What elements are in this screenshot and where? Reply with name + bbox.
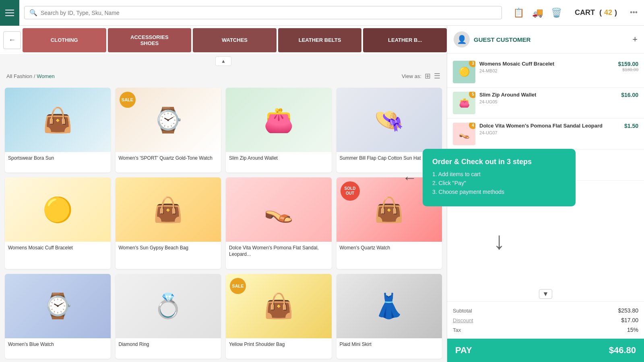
product-emoji-ring: 💍 — [153, 292, 183, 320]
product-emoji-beach-bag: 👜 — [153, 195, 183, 224]
subtotal-label: Subtotal — [453, 308, 472, 314]
product-image-wallet: 👛 — [226, 88, 332, 152]
product-card-blue-watch[interactable]: ⌚ Women's Blue Watch — [5, 274, 111, 359]
product-card-bracelet[interactable]: 🟡 Womens Mosaic Cuff Bracelet — [5, 177, 111, 269]
product-name-bracelet: Womens Mosaic Cuff Bracelet — [5, 242, 111, 255]
product-image-skirt: 👗 — [336, 274, 442, 338]
collapse-section: ▲ — [0, 55, 447, 68]
cart-item-price-sandal: $1.50 — [624, 123, 638, 129]
cart-item-img-wallet: 5 👛 — [453, 92, 475, 114]
product-name-wallet: Slim Zip Around Wallet — [226, 152, 332, 166]
sale-badge-yellow-bag: SALE — [230, 278, 246, 294]
grid-view-button[interactable]: ⊞ — [425, 72, 431, 80]
discount-value: $17.00 — [621, 317, 638, 323]
chevron-up-icon: ▲ — [221, 58, 226, 64]
product-name-watch-sport: Women's 'SPORT' Quartz Gold-Tone Watch — [116, 152, 221, 166]
cart-item-prices-bracelet: $159.00 $180.00 — [618, 61, 638, 72]
header: 🔍 📋 🚚 🗑️ CART ( 42 ) ••• — [0, 0, 644, 26]
category-leather-belts[interactable]: LEATHER BELTS — [278, 28, 362, 52]
category-bar: ← CLOTHING ACCESSORIESSHOES WATCHES LEAT… — [0, 26, 447, 55]
menu-icon-line2 — [5, 12, 14, 13]
pay-button[interactable]: PAY $46.80 — [447, 339, 644, 362]
product-image-blue-watch: ⌚ — [5, 274, 111, 338]
sale-badge-watch-sport: SALE — [120, 92, 136, 108]
trash-icon[interactable]: 🗑️ — [551, 8, 562, 18]
tooltip-step-3: 3. Choose payment methods — [432, 189, 566, 195]
cart-count: 42 — [604, 8, 612, 17]
category-clothing[interactable]: CLOTHING — [23, 28, 106, 52]
search-icon: 🔍 — [29, 9, 37, 16]
product-name-sandal: Dolce Vita Women's Pomona Flat Sandal, L… — [226, 242, 332, 261]
product-card-yellow-bag[interactable]: SALE 👜 Yellow Print Shoulder Bag — [226, 274, 332, 359]
category-accessories-shoes[interactable]: ACCESSORIESSHOES — [108, 28, 192, 52]
product-name-yellow-bag: Yellow Print Shoulder Bag — [226, 338, 332, 352]
product-card-beach-bag[interactable]: 👜 Women's Sun Gypsy Beach Bag — [116, 177, 221, 269]
product-name-sportswear: Sportswear Bora Sun — [5, 152, 111, 166]
category-watches-label: WATCHES — [222, 37, 248, 43]
product-card-ring[interactable]: 💍 Diamond Ring — [116, 274, 221, 359]
category-leather-label: LEATHER B... — [388, 37, 422, 43]
product-emoji-red-bag: 👜 — [374, 195, 404, 224]
product-card-wallet[interactable]: 👛 Slim Zip Around Wallet — [226, 88, 332, 173]
collapse-button[interactable]: ▲ — [215, 56, 231, 66]
subtotal-value: $253.80 — [618, 307, 638, 314]
cart-item-wallet[interactable]: 5 👛 Slim Zip Around Wallet 24-UG05 $16.0… — [447, 88, 644, 119]
product-emoji-watch-sport: ⌚ — [153, 106, 183, 134]
product-card-watch-sport[interactable]: SALE ⌚ Women's 'SPORT' Quartz Gold-Tone … — [116, 88, 221, 173]
breadcrumb-bar: All Fashion / Women View as: ⊞ ☰ — [0, 68, 447, 84]
cart-item-emoji-bracelet: 🟡 — [459, 67, 470, 77]
category-leather[interactable]: LEATHER B... — [363, 28, 447, 52]
cart-item-details-sandal: Dolce Vita Women's Pomona Flat Sandal Le… — [479, 123, 620, 135]
product-emoji-yellow-bag: 👜 — [264, 292, 294, 320]
product-image-beach-bag: 👜 — [116, 177, 221, 242]
tax-label: Tax — [453, 327, 461, 333]
product-name-ring: Diamond Ring — [116, 338, 221, 352]
guest-info: 👤 GUEST CUSTOMER — [454, 31, 530, 47]
pay-amount: $46.80 — [609, 345, 636, 356]
product-card-skirt[interactable]: 👗 Plaid Mini Skirt — [336, 274, 442, 359]
add-customer-button[interactable]: + — [632, 34, 638, 45]
category-accessories-shoes-label: ACCESSORIESSHOES — [130, 34, 169, 46]
scroll-down-button[interactable]: ▼ — [539, 289, 553, 299]
cart-item-img-sandal: 4 👡 — [453, 123, 475, 145]
product-grid: 👜 Sportswear Bora Sun SALE ⌚ Women's 'SP… — [0, 84, 447, 362]
menu-button[interactable] — [0, 0, 19, 26]
breadcrumb-current: Women — [37, 73, 55, 79]
delivery-icon[interactable]: 🚚 — [532, 8, 543, 18]
product-card-sandal[interactable]: 👡 Dolce Vita Women's Pomona Flat Sandal,… — [226, 177, 332, 269]
breadcrumb-parent[interactable]: All Fashion — [6, 73, 32, 79]
chevron-down-icon: ▼ — [543, 290, 549, 297]
clipboard-icon[interactable]: 📋 — [513, 8, 524, 18]
product-image-ring: 💍 — [116, 274, 221, 338]
back-button[interactable]: ← — [3, 31, 21, 49]
cart-item-emoji-sandal: 👡 — [459, 129, 470, 139]
product-name-beach-bag: Women's Sun Gypsy Beach Bag — [116, 242, 221, 255]
cart-item-qty-bracelet: 3 — [469, 61, 475, 67]
product-emoji-sandal: 👡 — [264, 195, 294, 224]
cart-item-bracelet[interactable]: 3 🟡 Womens Mosaic Cuff Bracelet 24-MB02 … — [447, 57, 644, 88]
search-input[interactable] — [41, 10, 497, 16]
product-image-watch-sport: SALE ⌚ — [116, 88, 221, 152]
cart-footer: Subtotal $253.80 Discount $17.00 Tax 15%… — [447, 301, 644, 362]
product-emoji-bracelet: 🟡 — [43, 195, 73, 224]
view-controls: View as: ⊞ ☰ — [402, 72, 440, 80]
pay-label: PAY — [455, 345, 472, 356]
product-name-skirt: Plaid Mini Skirt — [336, 338, 442, 352]
cart-item-sandal[interactable]: 4 👡 Dolce Vita Women's Pomona Flat Sanda… — [447, 119, 644, 150]
cart-count-label: ( — [597, 8, 602, 17]
avatar: 👤 — [454, 31, 470, 47]
back-icon: ← — [8, 36, 16, 44]
category-watches[interactable]: WATCHES — [193, 28, 277, 52]
cart-item-sku-sandal: 24-UG07 — [479, 130, 620, 135]
tooltip-title: Order & Check out in 3 steps — [432, 158, 566, 166]
tooltip-step-2: 2. Click "Pay" — [432, 180, 566, 186]
header-icons: 📋 🚚 🗑️ — [513, 8, 562, 18]
more-options-icon[interactable]: ••• — [630, 8, 638, 17]
product-card-sportswear[interactable]: 👜 Sportswear Bora Sun — [5, 88, 111, 173]
tax-value: 15% — [627, 327, 638, 333]
list-view-button[interactable]: ☰ — [434, 72, 440, 80]
cart-item-qty-wallet: 5 — [469, 92, 475, 98]
discount-row: Discount $17.00 — [453, 315, 638, 325]
cart-item-price-bracelet: $159.00 — [618, 61, 638, 67]
subtotal-row: Subtotal $253.80 — [453, 306, 638, 315]
